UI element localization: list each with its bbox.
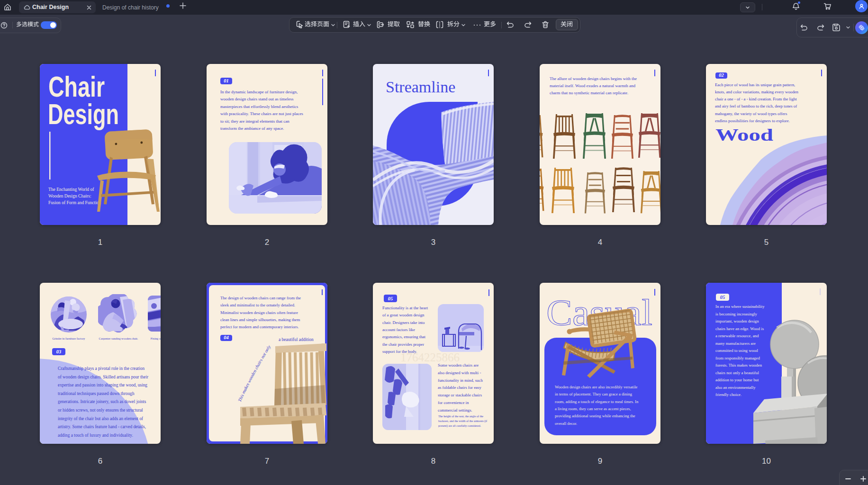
- svg-text:perfect for modern and contemp: perfect for modern and contemporary inte…: [220, 324, 299, 329]
- svg-text:Fusion of Form and Function: Fusion of Form and Function: [48, 200, 101, 205]
- svg-text:artistry. Some chairs feature: artistry. Some chairs feature hand - car…: [58, 424, 146, 429]
- svg-text:commercial settings.: commercial settings.: [438, 408, 472, 413]
- svg-text:In the dynamic landscape of fu: In the dynamic landscape of furniture de…: [220, 90, 298, 94]
- svg-text:many manufacturers are: many manufacturers are: [715, 341, 756, 346]
- svg-text:1764225866: 1764225866: [400, 351, 460, 364]
- svg-text:chairs not only a beautiful: chairs not only a beautiful: [715, 370, 759, 375]
- svg-text:as foldable chairs for easy: as foldable chairs for easy: [438, 385, 481, 390]
- svg-text:04: 04: [224, 335, 229, 340]
- svg-text:material itself. Wood exudes a: material itself. Wood exudes a natural w…: [550, 83, 636, 88]
- svg-text:The allure of wooden design ch: The allure of wooden design chairs begin…: [550, 76, 637, 81]
- svg-text:and airy feel of bamboo to the: and airy feel of bamboo to the rich, dee…: [715, 104, 797, 108]
- svg-text:integrity of the chair but als: integrity of the chair but also adds an …: [58, 416, 144, 421]
- svg-text:with practicality. These chair: with practicality. These chairs are not …: [220, 111, 303, 116]
- svg-text:overall decor.: overall decor.: [555, 421, 577, 426]
- svg-text:functionality in mind, such: functionality in mind, such: [438, 378, 483, 383]
- svg-text:02: 02: [719, 72, 724, 78]
- svg-text:Fixing on mac: Fixing on mac: [151, 337, 161, 340]
- svg-text:present) are all carefully con: present) are all carefully considered.: [438, 424, 481, 428]
- svg-text:addition to your home but: addition to your home but: [715, 377, 759, 382]
- svg-text:of a great wooden design: of a great wooden design: [382, 313, 425, 317]
- svg-text:traditional techniques passed: traditional techniques passed down throu…: [58, 391, 135, 396]
- svg-text:chair a one - of - a - kind cr: chair a one - of - a - kind creation. Fr…: [715, 97, 797, 101]
- svg-text:generations. Intricate joinery: generations. Intricate joinery, such as …: [58, 399, 146, 404]
- svg-text:03: 03: [56, 349, 62, 354]
- svg-text:expertise and passion into sha: expertise and passion into shaping the w…: [58, 383, 147, 387]
- svg-text:knots, and color variations, m: knots, and color variations, making ever…: [715, 90, 798, 94]
- svg-text:is becoming increasingly: is becoming increasingly: [715, 312, 758, 316]
- svg-text:account factors like: account factors like: [382, 327, 415, 332]
- svg-text:Design: Design: [48, 98, 119, 130]
- svg-text:Carpenter sanding wooden chair: Carpenter sanding wooden chair.: [99, 337, 138, 340]
- svg-text:sleek and minimalist to the or: sleek and minimalist to the ornately det…: [220, 303, 295, 307]
- svg-text:Each piece of wood has its uni: Each piece of wood has its unique grain …: [715, 82, 795, 87]
- svg-text:Grinder in furniture factory: Grinder in furniture factory: [52, 337, 85, 340]
- svg-text:a living room, they can serve: a living room, they can serve as accent …: [555, 406, 631, 411]
- svg-text:also an environmentally: also an environmentally: [715, 385, 756, 390]
- svg-text:to sit; they are integral elem: to sit; they are integral elements that …: [220, 119, 289, 124]
- svg-text:a renewable resource, and: a renewable resource, and: [715, 333, 759, 338]
- svg-text:forests. This makes wooden: forests. This makes wooden: [715, 363, 762, 368]
- svg-text:05: 05: [720, 295, 725, 300]
- svg-text:clean lines and simple silhoue: clean lines and simple silhouettes, maki…: [220, 317, 300, 322]
- svg-text:important, wooden design: important, wooden design: [715, 319, 759, 323]
- svg-text:In an era where sustainability: In an era where sustainability: [715, 304, 765, 309]
- svg-text:from responsibly managed: from responsibly managed: [715, 356, 760, 360]
- svg-text:Wooden Design Chairs:: Wooden Design Chairs:: [48, 194, 91, 198]
- svg-text:05: 05: [388, 296, 393, 301]
- svg-text:Minimalist wooden design chair: Minimalist wooden design chairs often fe…: [220, 310, 298, 315]
- svg-text:wooden design chairs stand out: wooden design chairs stand out as timele…: [220, 97, 294, 101]
- svg-text:The Enchanting World of: The Enchanting World of: [48, 187, 94, 192]
- svg-text:also designed with multi -: also designed with multi -: [438, 370, 481, 375]
- svg-text:adding a touch of luxury and i: adding a touch of luxury and individuali…: [58, 433, 133, 438]
- svg-text:of wooden design chairs. Skill: of wooden design chairs. Skilled artisan…: [58, 375, 149, 379]
- svg-text:storage or stackable chairs: storage or stackable chairs: [438, 393, 482, 397]
- svg-text:endless possibilities for desi: endless possibilities for designers to e…: [715, 118, 790, 123]
- svg-text:The design of wooden chairs ca: The design of wooden chairs can range fr…: [220, 296, 301, 300]
- svg-text:friendly choice.: friendly choice.: [715, 392, 741, 397]
- svg-text:masterpieces that effortlessly: masterpieces that effortlessly blend aes…: [220, 104, 298, 109]
- svg-text:providing additional seating w: providing additional seating while enhan…: [555, 413, 635, 418]
- svg-text:mahogany, the variety of wood: mahogany, the variety of wood types offe…: [715, 111, 787, 116]
- svg-text:or hidden screws, not only ens: or hidden screws, not only ensures the s…: [58, 408, 143, 413]
- svg-text:chair. Designers take into: chair. Designers take into: [382, 320, 425, 325]
- svg-text:in terms of placement. They ca: in terms of placement. They can grace a …: [555, 392, 633, 396]
- svg-text:charm that no synthetic materi: charm that no synthetic material can rep…: [550, 90, 628, 95]
- svg-text:a beautiful addition: a beautiful addition: [279, 337, 314, 342]
- svg-text:chairs have an edge. Wood is: chairs have an edge. Wood is: [715, 326, 764, 331]
- svg-text:Streamline: Streamline: [386, 78, 455, 96]
- svg-text:The height of the seat, the an: The height of the seat, the angle of the: [438, 414, 483, 418]
- svg-text:for convenience in: for convenience in: [438, 400, 469, 405]
- svg-text:Functionality is at the heart: Functionality is at the heart: [382, 305, 428, 310]
- svg-text:the chair provides proper: the chair provides proper: [382, 342, 424, 347]
- svg-text:01: 01: [224, 78, 229, 83]
- svg-text:Some wooden chairs are: Some wooden chairs are: [438, 363, 479, 368]
- svg-text:Craftsmanship plays a pivotal: Craftsmanship plays a pivotal role in th…: [58, 366, 145, 371]
- svg-text:committed to using wood: committed to using wood: [715, 348, 758, 353]
- svg-text:backrest, and the width of the: backrest, and the width of the armrests …: [438, 419, 488, 423]
- svg-text:ergonomics, ensuring that: ergonomics, ensuring that: [382, 334, 426, 339]
- svg-text:room, adding a touch of elegan: room, adding a touch of elegance to meal…: [555, 399, 639, 404]
- svg-text:Wooden design chairs are also: Wooden design chairs are also incredibly…: [555, 385, 638, 389]
- svg-text:transform the ambiance of any: transform the ambiance of any space.: [220, 126, 284, 131]
- svg-text:Wood: Wood: [715, 126, 774, 144]
